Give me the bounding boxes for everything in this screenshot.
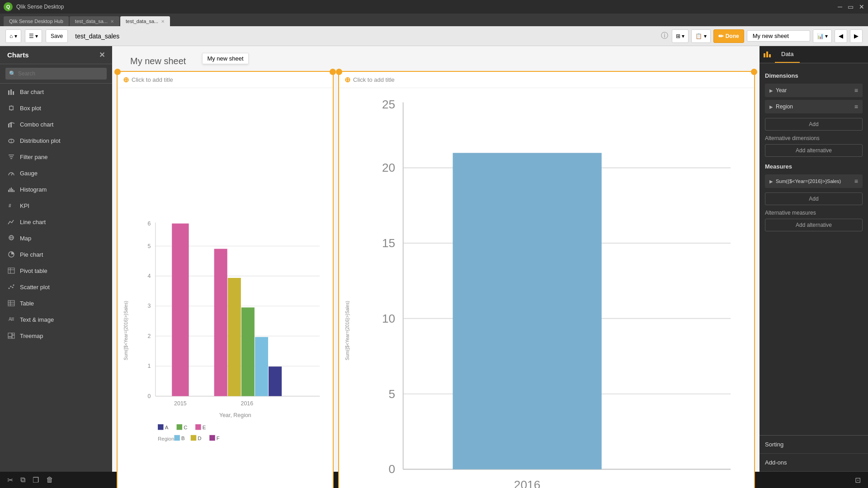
left-chart-svg-area: 0 1 2 3 4 5 6	[132, 92, 329, 488]
svg-rect-24	[8, 268, 14, 273]
sales-menu[interactable]: ≡	[854, 178, 858, 185]
svg-line-13	[11, 173, 13, 175]
corner-tl-r[interactable]	[336, 69, 342, 75]
bar-2016-b[interactable]	[255, 337, 268, 396]
dimension-year[interactable]: ▶ Year ≡	[765, 84, 863, 97]
left-chart-title: Click to add title	[132, 76, 173, 83]
bar-2016-c[interactable]	[241, 307, 255, 396]
copy-icon[interactable]: ⧉	[20, 476, 25, 484]
sidebar-item-filterpane-label: Filter pane	[20, 154, 47, 160]
minimize-btn[interactable]: ─	[838, 3, 842, 10]
scissors-icon[interactable]: ✂	[7, 476, 13, 484]
search-input[interactable]	[5, 68, 107, 80]
app-title: Qlik Sense Desktop	[16, 4, 64, 10]
notes-toggle[interactable]: 📋 ▾	[691, 29, 710, 43]
sidebar-item-piechart[interactable]: Pie chart	[0, 246, 112, 263]
sorting-section[interactable]: Sorting	[760, 436, 868, 454]
sidebar-item-table[interactable]: Table	[0, 295, 112, 311]
bar-2016[interactable]	[453, 153, 602, 469]
layers-icon[interactable]: ❐	[33, 476, 39, 484]
svg-rect-0	[8, 90, 9, 95]
measure-sales[interactable]: ▶ Sum({$<Year={2016}>}Sales) ≡	[765, 174, 863, 188]
corner-tr-r[interactable]	[751, 69, 757, 75]
home-button[interactable]: ⌂ ▾	[5, 29, 21, 43]
sidebar-item-histogram[interactable]: Histogram	[0, 181, 112, 197]
panel-chart-icon[interactable]	[760, 46, 775, 63]
add-dimension-btn[interactable]: Add	[765, 118, 863, 131]
sidebar-item-treemap[interactable]: Treemap	[0, 328, 112, 344]
svg-text:3: 3	[148, 303, 151, 309]
info-icon[interactable]: ⓘ	[661, 31, 668, 41]
sidebar-item-map[interactable]: Map	[0, 230, 112, 246]
sheet-title-display[interactable]: My new sheet	[747, 30, 810, 42]
right-chart-title: Click to add title	[353, 76, 395, 83]
bar-chart-icon	[7, 88, 15, 96]
sidebar-item-kpi[interactable]: # KPI	[0, 197, 112, 214]
menu-button[interactable]: ☰ ▾	[25, 29, 42, 43]
tab-file-1[interactable]: test_data_sa... ✕	[70, 16, 119, 26]
sidebar-item-gauge[interactable]: Gauge	[0, 165, 112, 181]
combo-chart-icon	[7, 120, 15, 128]
add-alt-measure-btn[interactable]: Add alternative	[765, 219, 863, 231]
add-measure-btn[interactable]: Add	[765, 192, 863, 205]
bar-2016-e[interactable]	[214, 249, 227, 396]
nav-back[interactable]: ◀	[835, 29, 847, 43]
tab-file-2[interactable]: test_data_sa... ✕	[120, 16, 170, 26]
left-chart-body: Sum({$<Year={2016}>}Sales)	[118, 88, 333, 488]
tab-data[interactable]: Data	[775, 46, 800, 63]
svg-text:F: F	[217, 436, 220, 441]
sidebar-item-linechart[interactable]: Line chart	[0, 214, 112, 230]
right-chart-body: Sum({$<Year={2016}>}Sales) 0	[339, 88, 754, 488]
add-alt-dimension-btn[interactable]: Add alternative	[765, 144, 863, 157]
done-button[interactable]: ✏ Done	[713, 29, 744, 43]
sidebar-item-filterpane[interactable]: Filter pane	[0, 149, 112, 165]
nav-forward[interactable]: ▶	[850, 29, 863, 43]
tab-hub[interactable]: Qlik Sense Desktop Hub	[4, 16, 69, 26]
main-toolbar: ⌂ ▾ ☰ ▾ Save test_data_sales ⓘ ⊞ ▾ 📋 ▾ ✏…	[0, 26, 868, 46]
pie-chart-icon	[7, 250, 15, 258]
sidebar-item-scatterplot-label: Scatter plot	[20, 284, 50, 291]
corner-tl[interactable]	[114, 69, 121, 75]
save-button[interactable]: Save	[46, 29, 68, 43]
chart-type-btn[interactable]: 📊 ▾	[813, 29, 832, 43]
restore-btn[interactable]: ▭	[848, 3, 854, 10]
tab-file-2-close[interactable]: ✕	[161, 19, 165, 24]
corner-tr[interactable]	[330, 69, 336, 75]
svg-rect-41	[8, 337, 12, 338]
year-chevron: ▶	[769, 88, 773, 93]
sidebar-item-pivottable[interactable]: Pivot table	[0, 263, 112, 279]
addons-section[interactable]: Add-ons	[760, 454, 868, 472]
sidebar-item-distplot[interactable]: Distribution plot	[0, 132, 112, 149]
close-btn[interactable]: ✕	[859, 3, 864, 10]
sidebar-item-barchart[interactable]: Bar chart	[0, 84, 112, 100]
tab-file-1-close[interactable]: ✕	[110, 19, 114, 24]
svg-rect-67	[174, 435, 179, 441]
year-menu[interactable]: ≡	[854, 87, 858, 94]
svg-rect-1	[10, 89, 12, 95]
sidebar-item-boxplot[interactable]: Box plot	[0, 100, 112, 116]
trash-icon[interactable]: 🗑	[46, 476, 53, 484]
svg-text:4: 4	[148, 273, 151, 279]
bar-2015-e[interactable]	[172, 224, 189, 396]
region-menu[interactable]: ≡	[854, 103, 858, 110]
sheet-tooltip: My new sheet	[202, 53, 248, 64]
sidebar-item-combochart[interactable]: Combo chart	[0, 116, 112, 132]
text-image-icon: A	[7, 315, 15, 324]
bar-2016-d[interactable]	[228, 278, 241, 396]
svg-text:10: 10	[382, 312, 395, 325]
sidebar-close[interactable]: ✕	[99, 51, 105, 59]
sidebar-item-scatterplot[interactable]: Scatter plot	[0, 279, 112, 295]
sidebar-item-textimage[interactable]: A Text & image	[0, 311, 112, 328]
table-icon	[7, 299, 15, 307]
right-chart-title-bar[interactable]: ⊕ Click to add title	[339, 72, 754, 88]
done-label: Done	[726, 33, 739, 39]
svg-text:2016: 2016	[241, 400, 253, 407]
tab-file-2-label: test_data_sa...	[126, 19, 158, 24]
view-mode-icon[interactable]: ⊡	[855, 476, 861, 484]
svg-rect-2	[13, 91, 14, 95]
svg-rect-39	[12, 333, 14, 335]
bar-2016-a[interactable]	[269, 366, 282, 396]
dimension-region[interactable]: ▶ Region ≡	[765, 100, 863, 113]
left-chart-title-bar[interactable]: ⊕ Click to add title	[118, 72, 333, 88]
view-toggle[interactable]: ⊞ ▾	[672, 29, 689, 43]
